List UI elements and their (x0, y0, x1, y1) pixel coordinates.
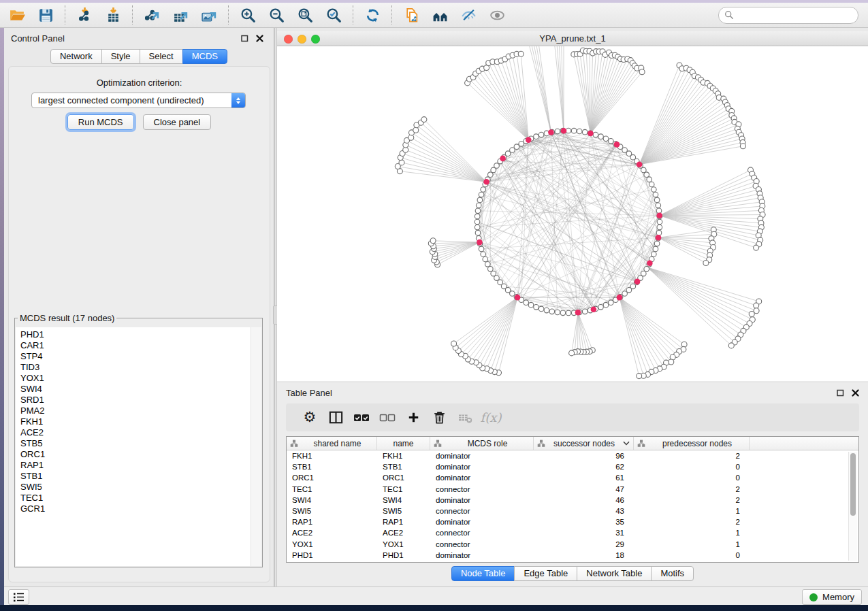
network-leaf-node[interactable] (669, 359, 674, 365)
network-node[interactable] (598, 305, 604, 310)
mcds-hub-node[interactable] (515, 295, 521, 301)
mcds-hub-node[interactable] (477, 240, 483, 246)
cell-successor_nodes[interactable]: 29 (534, 540, 634, 548)
cell-successor_nodes[interactable]: 61 (534, 474, 634, 482)
network-node[interactable] (593, 132, 598, 137)
cell-successor_nodes[interactable]: 96 (534, 452, 634, 460)
table-row[interactable]: ACE2ACE2connector311 (287, 527, 858, 538)
cell-predecessor_nodes[interactable]: 1 (634, 529, 750, 537)
network-node[interactable] (656, 230, 662, 235)
network-graph[interactable] (277, 46, 868, 381)
network-node[interactable] (491, 271, 496, 276)
table-row[interactable]: ORC1ORC1dominator610 (287, 472, 858, 483)
save-session-button[interactable] (31, 5, 60, 25)
network-leaf-node[interactable] (754, 303, 759, 308)
network-node[interactable] (555, 310, 560, 315)
open-file-button[interactable] (3, 5, 31, 25)
tab-network[interactable]: Network (50, 49, 102, 64)
network-node[interactable] (622, 148, 628, 153)
cell-shared_name[interactable]: ACE2 (287, 529, 377, 537)
network-leaf-node[interactable] (451, 341, 457, 346)
search-input[interactable] (738, 10, 852, 20)
network-node[interactable] (534, 134, 539, 139)
cell-mcds_role[interactable]: connector (430, 485, 534, 493)
network-node[interactable] (609, 300, 614, 306)
network-node[interactable] (475, 208, 481, 214)
network-node[interactable] (571, 128, 577, 133)
cell-shared_name[interactable]: YOX1 (287, 540, 377, 548)
network-node[interactable] (549, 309, 555, 314)
network-node[interactable] (654, 197, 660, 203)
mcds-result-item[interactable]: PHD1 (16, 327, 251, 340)
network-node[interactable] (652, 187, 657, 193)
network-leaf-node[interactable] (569, 350, 575, 356)
network-node[interactable] (609, 139, 614, 144)
import-network-from-file-button[interactable] (70, 5, 99, 25)
mcds-hub-node[interactable] (591, 307, 597, 313)
cell-predecessor_nodes[interactable]: 2 (634, 518, 750, 526)
column-header-name[interactable]: name (377, 437, 430, 450)
select-all-button[interactable] (349, 408, 374, 427)
column-header-predecessor-nodes[interactable]: predecessor nodes (634, 437, 750, 450)
cell-mcds_role[interactable]: connector (430, 507, 534, 515)
cell-mcds_role[interactable]: dominator (430, 463, 534, 471)
cell-mcds_role[interactable]: dominator (430, 551, 534, 559)
network-node[interactable] (494, 276, 500, 281)
mcds-hub-node[interactable] (637, 161, 643, 167)
network-node[interactable] (528, 302, 534, 308)
network-leaf-node[interactable] (749, 312, 754, 317)
cell-shared_name[interactable]: SWI4 (287, 496, 377, 504)
network-node[interactable] (566, 310, 571, 316)
network-node[interactable] (514, 144, 519, 150)
network-node[interactable] (524, 300, 529, 306)
cell-predecessor_nodes[interactable]: 0 (634, 551, 750, 559)
mcds-hub-node[interactable] (483, 179, 489, 185)
network-node[interactable] (653, 246, 658, 252)
mcds-hub-node[interactable] (614, 142, 620, 148)
cell-name[interactable]: SWI4 (377, 496, 430, 504)
cell-successor_nodes[interactable]: 46 (534, 496, 634, 504)
network-node[interactable] (577, 129, 582, 134)
cell-mcds_role[interactable]: dominator (430, 518, 534, 526)
cell-successor_nodes[interactable]: 31 (534, 529, 634, 537)
show-all-button[interactable] (483, 5, 511, 25)
network-node[interactable] (479, 246, 484, 252)
mcds-hub-node[interactable] (656, 212, 662, 218)
table-scrollbar-thumb[interactable] (850, 453, 856, 516)
column-header-MCDS-role[interactable]: MCDS role (430, 437, 534, 450)
cell-successor_nodes[interactable]: 47 (534, 485, 634, 493)
close-panel-icon[interactable] (255, 34, 264, 43)
cell-successor_nodes[interactable]: 35 (534, 518, 634, 526)
network-node[interactable] (475, 214, 480, 219)
tab-network-table[interactable]: Network Table (577, 566, 652, 581)
mcds-hub-node[interactable] (575, 310, 581, 316)
mcds-result-item[interactable]: RAP1 (16, 460, 251, 471)
network-node[interactable] (498, 280, 503, 285)
mcds-result-item[interactable]: STB1 (16, 471, 251, 482)
table-row[interactable]: YOX1YOX1connector291 (287, 539, 858, 550)
network-node[interactable] (476, 203, 481, 208)
network-node[interactable] (654, 241, 660, 246)
add-column-button[interactable] (400, 408, 426, 427)
cell-mcds_role[interactable]: connector (430, 540, 534, 548)
network-node[interactable] (519, 142, 524, 147)
cell-predecessor_nodes[interactable]: 0 (634, 463, 750, 471)
network-node[interactable] (603, 302, 609, 308)
network-node[interactable] (491, 167, 496, 173)
cell-successor_nodes[interactable]: 43 (534, 507, 634, 515)
network-node[interactable] (652, 252, 657, 257)
network-node[interactable] (479, 192, 484, 197)
mcds-hub-node[interactable] (656, 235, 662, 241)
network-node[interactable] (544, 308, 549, 313)
zoom-out-button[interactable] (262, 5, 291, 25)
table-scrollbar[interactable] (848, 452, 857, 561)
network-leaf-node[interactable] (740, 144, 745, 149)
cell-shared_name[interactable]: PHD1 (287, 551, 377, 559)
network-leaf-node[interactable] (681, 342, 687, 347)
zoom-fit-button[interactable] (291, 5, 319, 25)
mcds-hub-node[interactable] (561, 128, 567, 134)
zoom-in-button[interactable] (234, 5, 262, 25)
table-row[interactable]: STB1STB1dominator620 (287, 461, 858, 472)
table-settings-button[interactable]: ⚙ (297, 408, 323, 427)
cell-successor_nodes[interactable]: 18 (534, 551, 634, 559)
